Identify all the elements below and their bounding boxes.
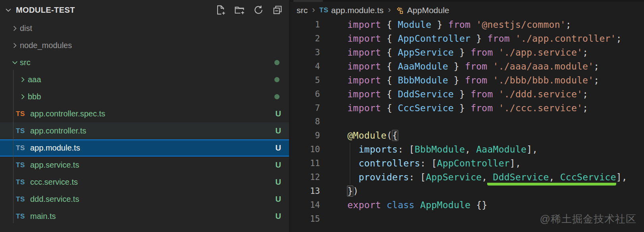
ts-file-icon: TS xyxy=(319,6,328,14)
code-token: } xyxy=(454,89,470,99)
code-token: { xyxy=(381,89,398,99)
code-token: BbbModule xyxy=(398,75,448,85)
code-token: {} xyxy=(470,200,487,210)
code-line-7[interactable]: 7import { CccService } from './ccc.servi… xyxy=(290,101,644,115)
code-token: ; xyxy=(582,89,588,99)
code-token: AppService xyxy=(398,47,454,58)
code-token: } xyxy=(431,19,448,30)
code-line-5[interactable]: 5import { BbbModule } from './bbb/bbb.mo… xyxy=(290,73,644,87)
tree-item-label: dist xyxy=(20,24,32,33)
breadcrumb-item-src[interactable]: src xyxy=(297,6,308,15)
tree-file-app.controller.spec.ts[interactable]: TSapp.controller.spec.tsU xyxy=(0,105,289,122)
code-line-9[interactable]: 9@Module({ xyxy=(290,129,644,143)
tree-folder-src[interactable]: src xyxy=(0,54,289,71)
tree-item-label: src xyxy=(20,58,31,67)
line-number: 1 xyxy=(290,18,320,32)
chevron-right-icon[interactable] xyxy=(10,24,20,33)
code-line-text: }) xyxy=(320,184,359,198)
tree-indent-guide xyxy=(13,70,13,223)
line-number: 13 xyxy=(290,184,320,198)
code-token: } xyxy=(347,186,353,197)
tree-folder-bbb[interactable]: bbb xyxy=(0,88,289,105)
code-line-2[interactable]: 2import { AppController } from './app.co… xyxy=(290,32,644,46)
code-token: AppController xyxy=(398,33,470,44)
breadcrumb-item-AppModule[interactable]: AppModule xyxy=(395,6,449,15)
code-line-11[interactable]: 11 controllers: [AppController], xyxy=(290,157,644,170)
code-line-text: @Module({ xyxy=(320,129,398,143)
tree-file-ccc.service.ts[interactable]: TSccc.service.tsU xyxy=(0,174,289,191)
code-line-10[interactable]: 10 imports: [BbbModule, AaaModule], xyxy=(290,143,644,157)
code-token xyxy=(493,47,499,58)
code-token: from xyxy=(470,47,493,58)
chevron-down-icon[interactable] xyxy=(3,6,13,14)
breadcrumb-label: app.module.ts xyxy=(331,6,384,15)
line-number: 14 xyxy=(290,198,320,212)
ts-file-icon: TS xyxy=(16,110,30,118)
code-area[interactable]: 1import { Module } from '@nestjs/common'… xyxy=(290,18,644,226)
new-file-button[interactable] xyxy=(214,4,226,16)
tree-folder-aaa[interactable]: aaa xyxy=(0,71,289,88)
code-line-6[interactable]: 6import { DddService } from './ddd.servi… xyxy=(290,87,644,101)
code-token: ( xyxy=(387,130,392,141)
code-token: } xyxy=(454,47,470,58)
code-token: ; xyxy=(566,19,571,30)
code-line-12[interactable]: 12 providers: [AppService, DddService, C… xyxy=(290,170,644,184)
line-number: 12 xyxy=(290,170,320,184)
git-untracked-badge: U xyxy=(276,195,281,204)
line-number: 5 xyxy=(290,73,320,87)
tree-folder-node_modules[interactable]: node_modules xyxy=(0,37,289,54)
editor-indent-guide xyxy=(350,143,350,184)
code-token: import xyxy=(347,75,381,85)
tree-file-app.module.ts[interactable]: TSapp.module.tsU xyxy=(0,139,289,157)
breadcrumb-item-app.module.ts[interactable]: TSapp.module.ts xyxy=(319,6,384,15)
tree-file-app.service.ts[interactable]: TSapp.service.tsU xyxy=(0,157,289,174)
collapse-all-icon[interactable] xyxy=(272,4,283,16)
ts-file-icon: TS xyxy=(16,195,30,203)
new-folder-button[interactable] xyxy=(233,4,245,16)
refresh-icon[interactable] xyxy=(253,4,264,16)
code-token: DddService xyxy=(398,89,454,99)
tree-folder-dist[interactable]: dist xyxy=(0,20,289,37)
tree-file-app.controller.ts[interactable]: TSapp.controller.tsU xyxy=(0,122,289,139)
chevron-right-icon[interactable] xyxy=(17,93,28,101)
code-token: { xyxy=(381,33,398,44)
code-token: ], xyxy=(510,158,521,168)
vscode-window: MODULE-TEST xyxy=(0,0,644,232)
code-token: './bbb/bbb.module' xyxy=(493,75,594,85)
code-token: controllers xyxy=(359,158,420,168)
code-token: ; xyxy=(594,75,599,85)
code-token: ], xyxy=(526,144,538,155)
chevron-right-icon[interactable] xyxy=(17,75,28,84)
code-line-4[interactable]: 4import { AaaModule } from './aaa/aaa.mo… xyxy=(290,60,644,73)
ts-file-icon: TS xyxy=(16,144,30,152)
code-token: : [ xyxy=(409,172,426,182)
code-line-text xyxy=(320,115,347,129)
line-number: 11 xyxy=(290,157,320,170)
code-token xyxy=(487,75,493,85)
ts-file-icon: TS xyxy=(16,161,30,169)
code-token: DddService xyxy=(493,172,549,182)
code-line-3[interactable]: 3import { AppService } from './app.servi… xyxy=(290,46,644,60)
code-line-1[interactable]: 1import { Module } from '@nestjs/common'… xyxy=(290,18,644,32)
code-token: './aaa/aaa.module' xyxy=(493,61,594,72)
code-token: { xyxy=(381,47,398,58)
breadcrumb-separator: › xyxy=(388,5,391,16)
tree-file-ddd.service.ts[interactable]: TSddd.service.tsU xyxy=(0,191,289,208)
code-token: } xyxy=(448,75,465,85)
line-number: 9 xyxy=(290,129,320,143)
tree-file-main.ts[interactable]: TSmain.tsU xyxy=(0,208,289,225)
chevron-down-icon[interactable] xyxy=(10,58,20,67)
class-symbol-icon xyxy=(395,6,404,15)
code-token: providers xyxy=(359,172,409,182)
explorer-section-header[interactable]: MODULE-TEST xyxy=(0,0,289,20)
code-line-8[interactable]: 8 xyxy=(290,115,644,129)
code-token: from xyxy=(448,19,470,30)
code-line-14[interactable]: 14export class AppModule {} xyxy=(290,198,644,212)
code-token: } xyxy=(448,61,465,72)
chevron-right-icon[interactable] xyxy=(10,41,20,50)
code-line-13[interactable]: 13}) xyxy=(290,184,644,198)
tree-item-label: app.module.ts xyxy=(30,143,80,153)
code-token: from xyxy=(470,103,493,113)
tree-item-label: bbb xyxy=(28,92,41,101)
git-untracked-badge: U xyxy=(276,178,281,187)
